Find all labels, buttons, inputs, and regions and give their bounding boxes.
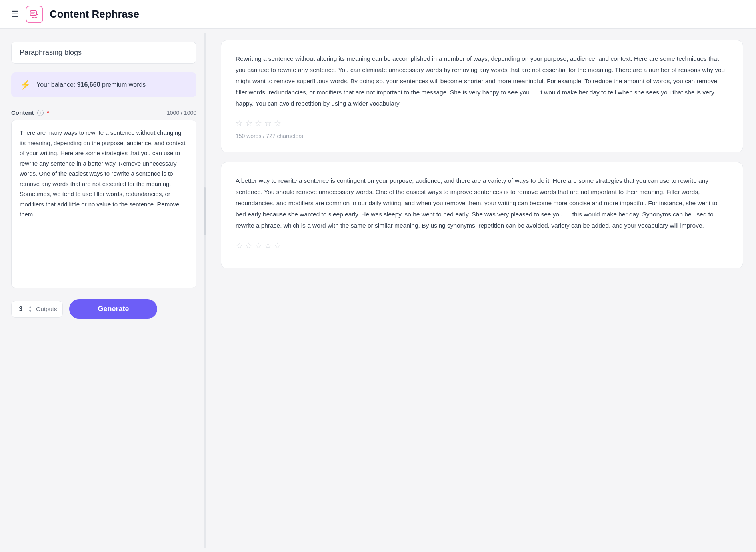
stepper-down-arrow[interactable]: ▼ bbox=[28, 310, 32, 313]
star-1-4[interactable]: ☆ bbox=[264, 118, 272, 128]
required-star: * bbox=[47, 109, 49, 116]
stepper-up-arrow[interactable]: ▲ bbox=[28, 305, 32, 309]
svg-rect-0 bbox=[30, 10, 37, 15]
outputs-stepper[interactable]: 3 ▲ ▼ Outputs bbox=[11, 301, 63, 318]
page-title: Content Rephrase bbox=[50, 8, 139, 20]
info-icon[interactable]: i bbox=[37, 110, 44, 116]
char-count: 1000 / 1000 bbox=[167, 110, 196, 116]
scrollbar-thumb[interactable] bbox=[204, 187, 206, 235]
content-label: Content i * bbox=[11, 109, 49, 116]
outputs-count: 3 bbox=[17, 306, 24, 313]
star-2-2[interactable]: ☆ bbox=[245, 241, 252, 250]
outputs-label: Outputs bbox=[36, 306, 57, 312]
star-2-5[interactable]: ☆ bbox=[274, 241, 281, 250]
project-name-input[interactable] bbox=[11, 42, 196, 64]
star-rating-2[interactable]: ☆ ☆ ☆ ☆ ☆ bbox=[236, 241, 728, 250]
output-text-1: Rewriting a sentence without altering it… bbox=[236, 53, 728, 109]
star-1-1[interactable]: ☆ bbox=[236, 118, 243, 128]
hamburger-icon[interactable]: ☰ bbox=[11, 10, 19, 19]
balance-text: Your balance: 916,660 premium words bbox=[36, 80, 146, 90]
app-logo bbox=[26, 6, 43, 23]
scrollbar-track bbox=[204, 33, 206, 548]
output-card-2: A better way to rewrite a sentence is co… bbox=[221, 162, 743, 268]
bottom-controls: 3 ▲ ▼ Outputs Generate bbox=[11, 299, 196, 319]
star-2-3[interactable]: ☆ bbox=[255, 241, 262, 250]
content-label-text: Content bbox=[11, 109, 34, 116]
content-textarea[interactable]: There are many ways to rewrite a sentenc… bbox=[11, 120, 196, 288]
balance-card: ⚡ Your balance: 916,660 premium words bbox=[11, 72, 196, 97]
star-2-1[interactable]: ☆ bbox=[236, 241, 243, 250]
star-1-2[interactable]: ☆ bbox=[245, 118, 252, 128]
main-layout: ⚡ Your balance: 916,660 premium words Co… bbox=[0, 29, 756, 552]
right-panel: Rewriting a sentence without altering it… bbox=[208, 29, 756, 552]
lightning-icon: ⚡ bbox=[20, 80, 31, 90]
content-label-row: Content i * 1000 / 1000 bbox=[11, 109, 196, 116]
output-card-1: Rewriting a sentence without altering it… bbox=[221, 40, 743, 152]
generate-button[interactable]: Generate bbox=[69, 299, 157, 319]
word-count-1: 150 words / 727 characters bbox=[236, 133, 728, 139]
star-1-5[interactable]: ☆ bbox=[274, 118, 281, 128]
star-2-4[interactable]: ☆ bbox=[264, 241, 272, 250]
output-text-2: A better way to rewrite a sentence is co… bbox=[236, 175, 728, 231]
stepper-arrows: ▲ ▼ bbox=[28, 305, 32, 313]
star-rating-1[interactable]: ☆ ☆ ☆ ☆ ☆ bbox=[236, 118, 728, 128]
star-1-3[interactable]: ☆ bbox=[255, 118, 262, 128]
header: ☰ Content Rephrase bbox=[0, 0, 756, 29]
left-panel: ⚡ Your balance: 916,660 premium words Co… bbox=[0, 29, 208, 552]
